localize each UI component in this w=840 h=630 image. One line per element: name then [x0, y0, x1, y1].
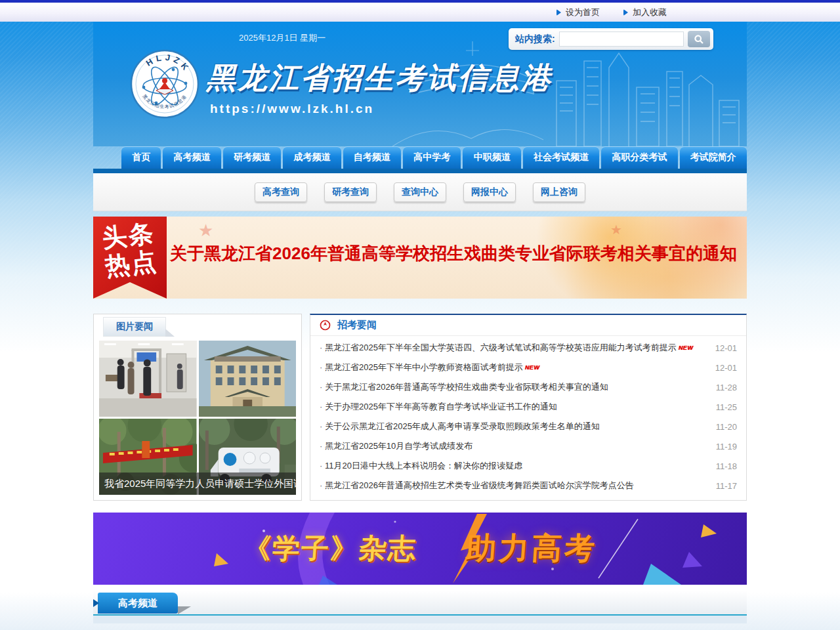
site-header: 2025年12月1日 星期一 HLJZK 黑龙江招生考试信息港: [93, 22, 747, 146]
news-list-item[interactable]: 黑龙江省2025年下半年全国大学英语四、六级考试笔试和高等学校英语应用能力考试考…: [320, 338, 737, 358]
news-item-date: 11-25: [709, 402, 737, 412]
news-item-text: 关于黑龙江省2026年普通高等学校招生戏曲类专业省际联考相关事宜的通知: [320, 381, 608, 393]
compass-icon: [320, 320, 331, 331]
search-button[interactable]: [688, 31, 710, 47]
photo-news-tab-label: 图片要闻: [116, 321, 153, 333]
photo-exam-security-check[interactable]: [99, 341, 197, 417]
news-list-item[interactable]: 11月20日港中大线上本科说明会：解决你的报读疑虑 11-18: [320, 456, 737, 476]
news-item-date: 12-01: [709, 343, 737, 353]
set-homepage-label: 设为首页: [566, 7, 600, 18]
news-list-item[interactable]: 黑龙江省2025年10月自学考试成绩发布 11-19: [320, 436, 737, 456]
news-item-date: 11-18: [709, 461, 737, 471]
photo-news-panel: 图片要闻: [93, 314, 302, 501]
top-utility-bar: 设为首页 加入收藏: [0, 0, 840, 22]
news-list-item[interactable]: 黑龙江省2025年下半年中小学教师资格面试考前提示 NEW 12-01: [320, 358, 737, 377]
news-list-item[interactable]: 黑龙江省2026年普通高校招生艺术类专业省级统考舞蹈类面试哈尔滨学院考点公告 1…: [320, 476, 737, 495]
quicklink-online-consult[interactable]: 网上咨询: [533, 182, 585, 202]
news-list-item[interactable]: 关于办理2025年下半年高等教育自学考试毕业证书工作的通知 11-25: [320, 397, 737, 417]
nav-tab-vocational[interactable]: 中职频道: [463, 146, 520, 169]
magazine-promo-banner[interactable]: 《学子》杂志 助力高考: [93, 513, 747, 585]
news-item-date: 11-20: [709, 422, 737, 432]
gaokao-channel-header: 高考频道: [93, 591, 747, 616]
news-list-item[interactable]: 关于黑龙江省2026年普通高等学校招生戏曲类专业省际联考相关事宜的通知 11-2…: [320, 377, 737, 397]
news-item-text: 黑龙江省2025年10月自学考试成绩发布: [320, 440, 472, 452]
news-item-text: 关于公示黑龙江省2025年成人高考申请享受录取照顾政策考生名单的通知: [320, 421, 600, 432]
quick-links-bar: 高考查询 研考查询 查询中心 网报中心 网上咨询: [93, 173, 747, 211]
set-homepage-link[interactable]: 设为首页: [556, 7, 600, 18]
promo-slogan-text: 助力高考: [464, 528, 598, 569]
admissions-news-panel: 招考要闻 黑龙江省2025年下半年全国大学英语四、六级考试笔试和高等学校英语应用…: [310, 314, 747, 501]
nav-tab-classified-exams[interactable]: 高职分类考试: [601, 146, 677, 169]
news-item-text: 关于办理2025年下半年高等教育自学考试毕业证书工作的通知: [320, 401, 557, 413]
main-navigation: 首页 高考频道 研考频道 成考频道 自考频道 高中学考 中职频道 社会考试频道 …: [121, 146, 747, 169]
nav-tab-chengkao[interactable]: 成考频道: [283, 146, 341, 169]
news-panel-header: 招考要闻: [310, 315, 746, 336]
news-item-date: 11-17: [709, 481, 737, 491]
promo-magazine-text: 《学子》杂志: [242, 530, 418, 567]
news-item-text: 黑龙江省2025年下半年中小学教师资格面试考前提示: [320, 362, 523, 373]
current-date: 2025年12月1日 星期一: [239, 32, 326, 44]
news-list-item[interactable]: 关于公示黑龙江省2025年成人高考申请享受录取照顾政策考生名单的通知 11-20: [320, 417, 737, 436]
new-badge: NEW: [525, 364, 540, 371]
hot-topic-badge: 头条热点: [97, 219, 163, 280]
search-input[interactable]: [559, 32, 684, 47]
news-item-date: 12-01: [709, 363, 737, 373]
examination-building-image: [199, 341, 297, 417]
gaokao-channel-label: 高考频道: [118, 597, 158, 610]
news-item-text: 11月20日港中大线上本科说明会：解决你的报读疑虑: [320, 460, 522, 472]
site-url: https://www.lzk.hl.cn: [210, 102, 374, 116]
arrow-right-icon: [556, 9, 561, 16]
photo-news-tab[interactable]: 图片要闻: [103, 317, 166, 337]
photo-examination-building[interactable]: [199, 341, 297, 417]
news-list: 黑龙江省2025年下半年全国大学英语四、六级考试笔试和高等学校英语应用能力考试考…: [310, 336, 746, 500]
nav-divider-strip: [93, 169, 747, 173]
nav-tab-zikao[interactable]: 自考频道: [343, 146, 401, 169]
quicklink-gaokao-query[interactable]: 高考查询: [255, 182, 307, 202]
photo-grid: [99, 341, 296, 495]
headline-banner: ★ ★ 头条热点 关于黑龙江省2026年普通高等学校招生戏曲类专业省际联考相关事…: [93, 217, 747, 299]
search-label: 站内搜索:: [515, 33, 555, 45]
nav-tab-home[interactable]: 首页: [121, 146, 161, 169]
exam-security-check-image: [99, 341, 197, 417]
site-logo[interactable]: HLJZK 黑龙江招生考试信息港: [130, 49, 200, 119]
headline-link[interactable]: 关于黑龙江省2026年普通高等学校招生戏曲类专业省际联考相关事宜的通知: [167, 217, 740, 291]
add-favorite-label: 加入收藏: [633, 7, 667, 18]
photo-caption[interactable]: 我省2025年同等学力人员申请硕士学位外国语: [99, 472, 296, 495]
nav-tab-about[interactable]: 考试院简介: [680, 146, 747, 169]
tab-fold-decoration: [178, 606, 191, 614]
quicklink-report-center[interactable]: 网报中心: [463, 182, 516, 202]
news-panel-title: 招考要闻: [337, 319, 377, 331]
nav-tab-yankao[interactable]: 研考频道: [223, 146, 281, 169]
add-favorite-link[interactable]: 加入收藏: [623, 7, 667, 18]
site-search-box: 站内搜索:: [509, 28, 713, 50]
site-title: 黑龙江省招生考试信息港: [206, 58, 547, 98]
arrow-right-icon: [623, 9, 628, 16]
section-background-strip: [93, 616, 747, 623]
arrow-right-icon: [93, 599, 99, 607]
news-item-date: 11-19: [709, 442, 737, 452]
nav-tab-highschool[interactable]: 高中学考: [403, 146, 461, 169]
quicklink-yankao-query[interactable]: 研考查询: [324, 182, 377, 202]
nav-tab-social-exams[interactable]: 社会考试频道: [523, 146, 599, 169]
search-icon: [694, 34, 704, 45]
quicklink-query-center[interactable]: 查询中心: [394, 182, 446, 202]
news-item-date: 11-28: [709, 383, 737, 392]
nav-tab-gaokao[interactable]: 高考频道: [163, 146, 220, 169]
new-badge: NEW: [679, 345, 694, 351]
gaokao-channel-tab[interactable]: 高考频道: [98, 593, 178, 614]
news-item-text: 黑龙江省2025年下半年全国大学英语四、六级考试笔试和高等学校英语应用能力考试考…: [320, 342, 677, 354]
news-item-text: 黑龙江省2026年普通高校招生艺术类专业省级统考舞蹈类面试哈尔滨学院考点公告: [320, 480, 634, 492]
